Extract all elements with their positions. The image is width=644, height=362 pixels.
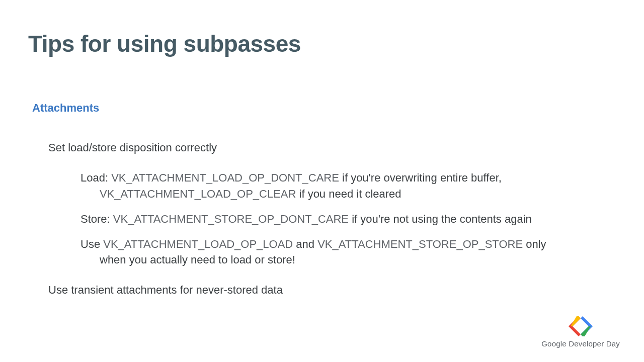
svg-marker-2 — [571, 316, 581, 326]
section-heading: Attachments — [32, 102, 616, 115]
load-text-1: if you're overwriting entire buffer, — [339, 171, 502, 184]
bullet-load: Load: VK_ATTACHMENT_LOAD_OP_DONT_CARE if… — [80, 170, 616, 202]
store-text-1: if you're not using the contents again — [349, 213, 532, 225]
svg-marker-4 — [581, 326, 591, 336]
load-label: Load: — [80, 171, 111, 184]
footer-text: Google Developer Day — [541, 339, 620, 348]
sub-bullets: Load: VK_ATTACHMENT_LOAD_OP_DONT_CARE if… — [80, 170, 616, 268]
bullet-transient: Use transient attachments for never-stor… — [48, 282, 616, 298]
use-post: only — [523, 238, 546, 250]
chevron-right-icon — [581, 316, 594, 336]
footer-brand-devday: Developer Day — [567, 339, 620, 348]
load-code-1: VK_ATTACHMENT_LOAD_OP_DONT_CARE — [111, 171, 339, 184]
bullet-load-line2: VK_ATTACHMENT_LOAD_OP_CLEAR if you need … — [80, 186, 616, 202]
chevron-left-icon — [568, 316, 581, 336]
bullet-store: Store: VK_ATTACHMENT_STORE_OP_DONT_CARE … — [80, 211, 616, 227]
use-mid: and — [293, 238, 317, 250]
slide: Tips for using subpasses Attachments Set… — [0, 0, 644, 362]
slide-title: Tips for using subpasses — [28, 30, 616, 57]
bullet-intro: Set load/store disposition correctly — [48, 140, 616, 156]
store-code-1: VK_ATTACHMENT_STORE_OP_DONT_CARE — [113, 213, 349, 225]
store-label: Store: — [80, 213, 113, 225]
chevron-logo-icon — [541, 316, 620, 336]
use-code-2: VK_ATTACHMENT_STORE_OP_STORE — [317, 238, 523, 250]
bullet-use: Use VK_ATTACHMENT_LOAD_OP_LOAD and VK_AT… — [80, 236, 616, 268]
load-text-2: if you need it cleared — [296, 188, 401, 200]
body-content: Set load/store disposition correctly Loa… — [48, 140, 616, 298]
bullet-use-line2: when you actually need to load or store! — [80, 252, 616, 268]
load-code-2: VK_ATTACHMENT_LOAD_OP_CLEAR — [100, 188, 296, 200]
footer-logo: Google Developer Day — [541, 316, 620, 348]
footer-brand-google: Google — [541, 339, 567, 348]
use-code-1: VK_ATTACHMENT_LOAD_OP_LOAD — [103, 238, 293, 250]
use-pre: Use — [80, 238, 103, 250]
